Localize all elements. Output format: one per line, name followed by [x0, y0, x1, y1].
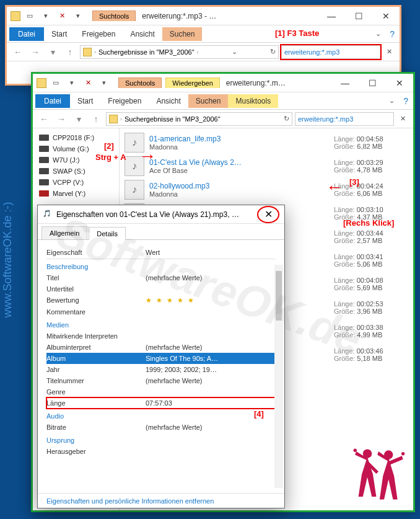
- search-input[interactable]: erweiterung:*.mp3: [281, 45, 380, 59]
- music-tools-tab[interactable]: Wiedergeben: [165, 78, 219, 88]
- clear-search-icon[interactable]: ✕: [396, 115, 409, 123]
- scrollbar[interactable]: [274, 265, 283, 488]
- chevron-down-icon[interactable]: ⌄: [372, 30, 385, 38]
- tab-start[interactable]: Start: [70, 94, 100, 108]
- dancers-graphic: [351, 443, 406, 505]
- sidebar-drive[interactable]: SWAP (S:): [33, 166, 119, 177]
- search-input[interactable]: erweiterung:*.mp3: [295, 112, 394, 126]
- qat-btn[interactable]: ▭: [23, 9, 37, 23]
- close-button[interactable]: ✕: [372, 7, 400, 25]
- tab-share[interactable]: Freigeben: [74, 27, 123, 41]
- close-button[interactable]: ✕: [386, 74, 413, 92]
- section-media: Medien: [46, 317, 276, 330]
- svg-point-3: [401, 452, 405, 455]
- prop-bitrate[interactable]: Bitrate(mehrfache Werte): [46, 422, 276, 433]
- file-metadata: Länge: 00:04:24Größe: 6,06 MB: [334, 182, 408, 197]
- breadcrumb-box[interactable]: › Suchergebnisse in "MP3_2006" › ⌄ ↻: [80, 45, 279, 59]
- minimize-button[interactable]: —: [331, 74, 359, 92]
- sidebar-drive[interactable]: VCPP (V:): [33, 177, 119, 188]
- nav-history-icon[interactable]: ▾: [71, 112, 86, 126]
- search-tools-tab[interactable]: Suchtools: [92, 11, 136, 21]
- file-row[interactable]: 02-hollywood.mp3MadonnaLänge: 00:04:24Gr…: [120, 178, 413, 202]
- tab-start[interactable]: Start: [44, 27, 74, 41]
- nav-back-icon[interactable]: ←: [37, 112, 51, 126]
- qat-btn[interactable]: ▭: [49, 76, 63, 90]
- file-metadata: Länge: 00:03:38Größe: 4,99 MB: [334, 324, 408, 339]
- sidebar-drive[interactable]: W7U (J:): [33, 154, 119, 166]
- tab-view[interactable]: Ansicht: [149, 94, 188, 108]
- prop-albumartist[interactable]: Albuminterpret(mehrfache Werte): [46, 342, 276, 353]
- prop-subtitle[interactable]: Untertitel: [46, 283, 276, 295]
- nav-up-icon[interactable]: ↑: [63, 45, 77, 60]
- file-menu[interactable]: Datei: [9, 27, 44, 41]
- file-row[interactable]: 01-C'est La Vie (Always 2…Ace Of BaseLän…: [120, 154, 413, 178]
- nav-back-icon[interactable]: ←: [11, 45, 25, 60]
- nav-history-icon[interactable]: ▾: [45, 45, 60, 60]
- tab-share[interactable]: Freigeben: [100, 94, 149, 108]
- watermark-side: www.SoftwareOK.de :-): [1, 202, 14, 317]
- file-name: 01-C'est La Vie (Always 2…: [149, 158, 329, 167]
- maximize-button[interactable]: ☐: [359, 74, 386, 92]
- titlebar-2: ▭ ▾ ✕ ▾ Suchtools Wiedergeben erweiterun…: [33, 74, 413, 92]
- refresh-icon[interactable]: ↻: [284, 115, 289, 123]
- tab-details[interactable]: Details: [89, 227, 126, 240]
- help-icon[interactable]: ?: [385, 29, 400, 39]
- file-artist: Madonna: [149, 190, 329, 198]
- qat-dropdown-icon[interactable]: ▾: [71, 9, 85, 23]
- file-row[interactable]: 01-american_life.mp3MadonnaLänge: 00:04:…: [120, 131, 413, 154]
- close-button[interactable]: ✕: [257, 206, 279, 223]
- tab-search[interactable]: Suchen: [188, 94, 229, 108]
- window-title: erweiterung:*.mp3 - …: [136, 12, 318, 20]
- tab-view[interactable]: Ansicht: [123, 27, 162, 41]
- prop-length[interactable]: Länge07:57:03: [46, 397, 276, 409]
- star-icon: ★ ★ ★ ★ ★: [146, 296, 195, 304]
- prop-comments[interactable]: Kommentare: [46, 306, 276, 317]
- section-description: Beschreibung: [46, 259, 276, 272]
- audio-file-icon: [125, 180, 144, 200]
- qat-close-icon[interactable]: ✕: [81, 76, 95, 90]
- sidebar-drive[interactable]: Volume (G:): [33, 143, 119, 154]
- nav-forward-icon[interactable]: →: [28, 45, 43, 60]
- refresh-icon[interactable]: ↻: [270, 48, 276, 56]
- qat-btn[interactable]: ▾: [65, 76, 79, 90]
- prop-rating[interactable]: Bewertung★ ★ ★ ★ ★: [46, 295, 276, 306]
- maximize-button[interactable]: ☐: [345, 7, 372, 25]
- prop-album[interactable]: AlbumSingles Of The 90s; A…: [46, 353, 276, 364]
- scroll-thumb[interactable]: [276, 271, 282, 321]
- file-metadata: Länge: 00:03:29Größe: 4,78 MB: [334, 159, 408, 174]
- chevron-down-icon[interactable]: ⌄: [385, 97, 398, 105]
- remove-properties-link[interactable]: Eigenschaften und persönliche Informatio…: [38, 493, 284, 508]
- tab-search[interactable]: Suchen: [162, 27, 203, 41]
- nav-forward-icon[interactable]: →: [54, 112, 69, 126]
- minimize-button[interactable]: —: [318, 7, 345, 25]
- breadcrumb[interactable]: Suchergebnisse in "MP3_2006": [98, 48, 195, 56]
- prop-publisher[interactable]: Herausgeber: [46, 446, 276, 457]
- qat-btn[interactable]: ▾: [39, 9, 53, 23]
- breadcrumb-box[interactable]: › Suchergebnisse in "MP3_2006" ↻: [106, 112, 292, 126]
- audio-file-icon: [125, 133, 144, 153]
- dropdown-icon[interactable]: ⌄: [232, 48, 237, 56]
- ribbon-1: Datei Start Freigeben Ansicht Suchen ⌄ ?: [7, 25, 400, 43]
- prop-year[interactable]: Jahr1999; 2003; 2002; 19…: [46, 364, 276, 375]
- drive-icon: [39, 168, 49, 174]
- sidebar-drive[interactable]: CPP2018 (F:): [33, 132, 119, 143]
- qat-close-icon[interactable]: ✕: [55, 9, 69, 23]
- prop-genre[interactable]: Genre: [46, 386, 276, 397]
- drive-icon: [39, 157, 49, 163]
- search-tools-tab[interactable]: Suchtools: [118, 78, 162, 88]
- qat-dropdown-icon[interactable]: ▾: [97, 76, 111, 90]
- prop-title[interactable]: Titel(mehrfache Werte): [46, 272, 276, 283]
- dialog-body: EigenschaftWert Beschreibung Titel(mehrf…: [38, 240, 284, 493]
- properties-dialog: 🎵 Eigenschaften von 01-C'est La Vie (Alw…: [37, 205, 285, 508]
- prop-contrib[interactable]: Mitwirkende Interpreten: [46, 330, 276, 342]
- tab-general[interactable]: Allgemein: [42, 226, 87, 239]
- tab-music[interactable]: Musiktools: [228, 94, 278, 108]
- file-menu[interactable]: Datei: [35, 94, 70, 108]
- folder-icon: [37, 78, 46, 88]
- breadcrumb[interactable]: Suchergebnisse in "MP3_2006": [125, 115, 221, 123]
- nav-up-icon[interactable]: ↑: [89, 112, 103, 126]
- sidebar-drive[interactable]: Marvel (Y:): [33, 188, 119, 199]
- prop-track[interactable]: Titelnummer(mehrfache Werte): [46, 375, 276, 386]
- clear-search-icon[interactable]: ✕: [383, 48, 396, 56]
- help-icon[interactable]: ?: [398, 96, 413, 106]
